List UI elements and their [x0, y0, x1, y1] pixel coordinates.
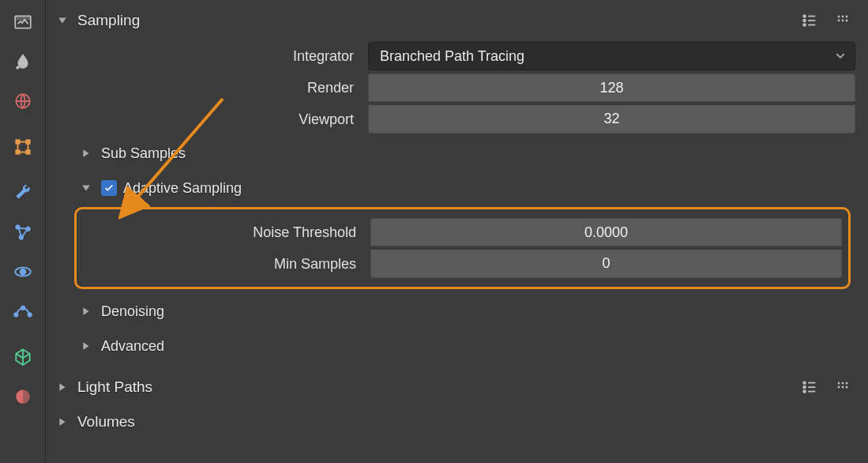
- subsamples-title: Sub Samples: [101, 145, 186, 162]
- svg-point-12: [20, 269, 25, 275]
- light-paths-title: Light Paths: [77, 378, 152, 396]
- properties-main: Sampling Integrator Branched Path Tracin…: [46, 0, 868, 463]
- noise-threshold-label: Noise Threshold: [77, 224, 370, 241]
- denoising-title: Denoising: [101, 303, 164, 320]
- volumes-title: Volumes: [77, 413, 135, 431]
- water-tab[interactable]: [4, 43, 42, 81]
- svg-point-41: [846, 386, 848, 389]
- svg-point-18: [803, 15, 806, 17]
- chevron-down-icon: [55, 13, 70, 28]
- graph-tab[interactable]: [4, 213, 42, 251]
- svg-point-37: [842, 382, 844, 385]
- viewport-label: Viewport: [52, 111, 368, 128]
- svg-point-15: [28, 313, 31, 316]
- integrator-label: Integrator: [52, 48, 368, 65]
- advanced-title: Advanced: [101, 338, 164, 355]
- min-samples-label: Min Samples: [77, 256, 370, 273]
- svg-point-24: [838, 16, 840, 18]
- highlighted-adaptive-box: Noise Threshold 0.0000 Min Samples 0: [74, 207, 851, 289]
- svg-point-38: [846, 382, 848, 385]
- svg-point-40: [842, 386, 844, 389]
- world-tab[interactable]: [4, 82, 42, 120]
- svg-rect-6: [26, 140, 29, 143]
- chevron-down-icon: [79, 181, 93, 195]
- svg-point-32: [803, 390, 806, 393]
- chevron-right-icon: [79, 146, 93, 160]
- svg-point-14: [14, 313, 17, 316]
- noise-threshold-field[interactable]: 0.0000: [370, 218, 842, 247]
- svg-rect-5: [16, 140, 19, 143]
- sampling-header[interactable]: Sampling: [49, 3, 859, 38]
- svg-rect-1: [15, 16, 31, 19]
- list-icon[interactable]: [800, 378, 819, 397]
- properties-sidebar: [0, 0, 46, 463]
- chevron-right-icon: [55, 380, 70, 394]
- chevron-right-icon: [79, 304, 93, 318]
- subsamples-header[interactable]: Sub Samples: [52, 136, 855, 171]
- chevron-down-icon: [836, 48, 845, 65]
- render-label: Render: [52, 80, 368, 96]
- chevron-right-icon: [79, 339, 93, 353]
- chevron-right-icon: [55, 415, 70, 429]
- output-tab[interactable]: [4, 3, 42, 41]
- svg-point-2: [16, 66, 19, 69]
- render-samples-field[interactable]: 128: [368, 73, 855, 102]
- svg-point-27: [838, 20, 840, 22]
- min-samples-field[interactable]: 0: [370, 250, 842, 278]
- trajectory-tab[interactable]: [4, 292, 42, 330]
- svg-point-29: [846, 20, 848, 22]
- light-paths-header[interactable]: Light Paths: [49, 370, 859, 405]
- volumes-header[interactable]: Volumes: [49, 405, 859, 439]
- svg-point-36: [838, 382, 840, 385]
- svg-rect-7: [16, 150, 19, 153]
- integrator-value: Branched Path Tracing: [380, 48, 524, 65]
- svg-point-16: [21, 307, 24, 310]
- orbit-tab[interactable]: [4, 253, 42, 291]
- svg-point-28: [842, 20, 844, 22]
- list-icon[interactable]: [800, 11, 819, 30]
- wrench-tab[interactable]: [4, 174, 42, 212]
- object-tab[interactable]: [4, 128, 42, 166]
- material-tab[interactable]: [4, 378, 42, 416]
- adaptive-sampling-title: Adaptive Sampling: [123, 180, 242, 197]
- svg-point-26: [846, 16, 848, 18]
- svg-rect-8: [26, 150, 29, 153]
- adaptive-sampling-header[interactable]: Adaptive Sampling: [52, 171, 855, 205]
- advanced-header[interactable]: Advanced: [52, 329, 855, 363]
- sampling-title: Sampling: [77, 12, 140, 29]
- svg-point-20: [803, 24, 806, 26]
- integrator-select[interactable]: Branched Path Tracing: [368, 42, 855, 70]
- drag-handle-icon[interactable]: [833, 378, 852, 397]
- svg-point-25: [842, 16, 844, 18]
- denoising-header[interactable]: Denoising: [52, 294, 855, 329]
- mesh-tab[interactable]: [4, 338, 42, 376]
- viewport-samples-field[interactable]: 32: [368, 105, 855, 134]
- svg-point-30: [803, 382, 806, 384]
- adaptive-sampling-checkbox[interactable]: [101, 180, 117, 196]
- drag-handle-icon[interactable]: [833, 11, 852, 30]
- svg-point-19: [803, 20, 806, 22]
- svg-point-31: [803, 386, 806, 389]
- svg-point-39: [838, 386, 840, 389]
